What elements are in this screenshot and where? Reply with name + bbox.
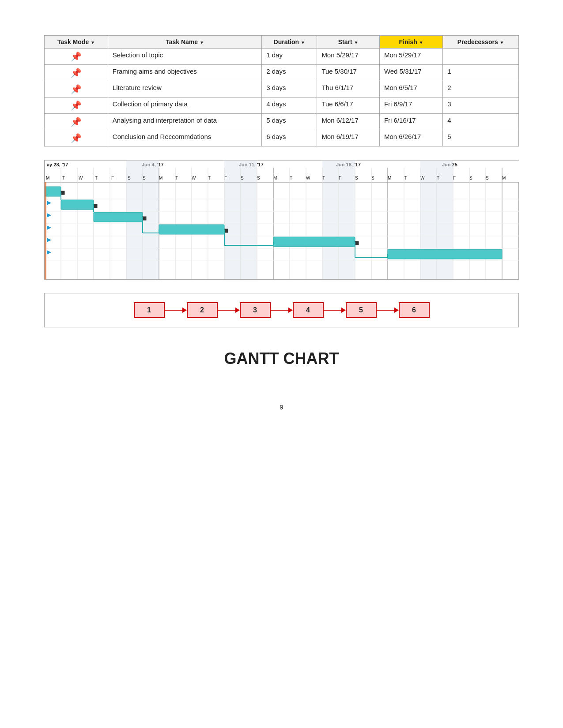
network-diagram: 1 2 3 4 5 6: [44, 293, 519, 327]
gantt-table: Task Mode ▼ Task Name ▼ Duration ▼ Start…: [44, 35, 519, 146]
svg-text:W: W: [192, 176, 196, 180]
task-mode-icon: 📌: [71, 117, 82, 127]
predecessors-cell: [443, 49, 519, 65]
task-mode-cell: 📌: [45, 98, 108, 114]
arrow-head: [182, 308, 187, 313]
arrow-line: [324, 310, 341, 311]
svg-text:W: W: [79, 176, 83, 180]
svg-rect-84: [143, 217, 146, 220]
svg-rect-75: [45, 187, 61, 196]
page-number: 9: [44, 403, 519, 411]
svg-text:T: T: [62, 176, 65, 180]
svg-text:T: T: [95, 176, 98, 180]
predecessors-cell: 1: [443, 65, 519, 81]
arrow-line: [165, 310, 182, 311]
svg-text:M: M: [502, 176, 506, 180]
svg-rect-79: [94, 204, 97, 208]
svg-text:F: F: [224, 176, 227, 180]
arrow-line: [218, 310, 235, 311]
predecessors-cell: 3: [443, 98, 519, 114]
svg-text:M: M: [273, 176, 277, 180]
arrow-line: [271, 310, 288, 311]
table-row: 📌Selection of topic1 dayMon 5/29/17Mon 5…: [45, 49, 519, 65]
svg-text:T: T: [290, 176, 292, 180]
nd-arrow-2: [218, 308, 240, 313]
table-row: 📌Conclusion and Reccommdations6 daysMon …: [45, 130, 519, 146]
svg-text:T: T: [322, 176, 325, 180]
svg-rect-88: [159, 225, 224, 234]
arrow-head: [235, 308, 240, 313]
svg-text:S: S: [128, 176, 131, 180]
start-cell: Tue 6/6/17: [317, 98, 380, 114]
task-mode-cell: 📌: [45, 114, 108, 130]
finish-cell: Mon 6/5/17: [379, 81, 442, 98]
duration-cell: 3 days: [262, 81, 317, 98]
start-cell: Mon 6/19/17: [317, 130, 380, 146]
nd-arrow-4: [324, 308, 346, 313]
task-mode-icon: 📌: [71, 101, 82, 110]
nd-arrow-3: [271, 308, 293, 313]
svg-text:F: F: [111, 176, 114, 180]
svg-text:T: T: [175, 176, 178, 180]
finish-cell: Fri 6/16/17: [379, 114, 442, 130]
task-mode-cell: 📌: [45, 130, 108, 146]
finish-cell: Fri 6/9/17: [379, 98, 442, 114]
task-mode-icon: 📌: [71, 84, 82, 94]
nd-arrow-5: [377, 308, 399, 313]
svg-text:M: M: [46, 176, 49, 180]
task-mode-cell: 📌: [45, 81, 108, 98]
col-header-predecessors: Predecessors ▼: [443, 36, 519, 49]
svg-text:T: T: [208, 176, 211, 180]
svg-text:M: M: [388, 176, 391, 180]
finish-cell: Mon 6/26/17: [379, 130, 442, 146]
nd-node-4: 4: [293, 302, 324, 318]
svg-rect-83: [94, 212, 143, 222]
start-cell: Mon 6/12/17: [317, 114, 380, 130]
arrow-line: [377, 310, 394, 311]
svg-text:W: W: [420, 176, 425, 180]
task-mode-icon: 📌: [71, 52, 82, 61]
svg-text:T: T: [437, 176, 439, 180]
nd-node-5: 5: [346, 302, 377, 318]
start-cell: Mon 5/29/17: [317, 49, 380, 65]
svg-text:W: W: [306, 176, 310, 180]
task-mode-cell: 📌: [45, 49, 108, 65]
finish-cell: Mon 5/29/17: [379, 49, 442, 65]
task-mode-icon: 📌: [71, 68, 82, 78]
table-row: 📌Literature review3 daysThu 6/1/17Mon 6/…: [45, 81, 519, 98]
svg-rect-78: [61, 200, 94, 210]
nd-arrow-1: [165, 308, 187, 313]
svg-text:S: S: [371, 176, 374, 180]
duration-cell: 2 days: [262, 65, 317, 81]
col-header-task-name: Task Name ▼: [108, 36, 261, 49]
arrow-head: [394, 308, 399, 313]
start-cell: Thu 6/1/17: [317, 81, 380, 98]
svg-marker-99: [47, 250, 51, 255]
svg-text:M: M: [159, 176, 162, 180]
finish-cell: Wed 5/31/17: [379, 65, 442, 81]
svg-rect-94: [273, 237, 355, 247]
predecessors-cell: 4: [443, 114, 519, 130]
task-name-cell: Conclusion and Reccommdations: [108, 130, 261, 146]
nd-node-1: 1: [134, 302, 165, 318]
task-name-cell: Selection of topic: [108, 49, 261, 65]
col-header-finish: Finish ▼: [379, 36, 442, 49]
task-name-cell: Collection of primary data: [108, 98, 261, 114]
predecessors-cell: 2: [443, 81, 519, 98]
nd-node-6: 6: [399, 302, 430, 318]
svg-marker-93: [47, 238, 51, 242]
duration-cell: 4 days: [262, 98, 317, 114]
svg-rect-89: [224, 229, 228, 233]
svg-text:T: T: [404, 176, 407, 180]
table-row: 📌Framing aims and objectives2 daysTue 5/…: [45, 65, 519, 81]
svg-text:S: S: [257, 176, 260, 180]
chart-title: GANTT CHART: [44, 349, 519, 368]
svg-marker-77: [47, 201, 51, 205]
svg-text:S: S: [143, 176, 146, 180]
task-mode-icon: 📌: [71, 133, 82, 143]
col-header-start: Start ▼: [317, 36, 380, 49]
duration-cell: 6 days: [262, 130, 317, 146]
svg-text:F: F: [453, 176, 456, 180]
svg-rect-105: [45, 182, 46, 279]
task-mode-cell: 📌: [45, 65, 108, 81]
